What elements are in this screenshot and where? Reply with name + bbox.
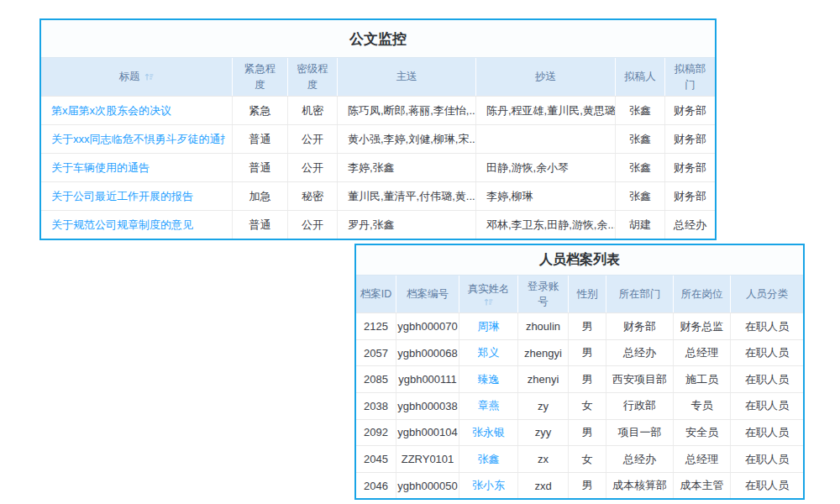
- title-cell: 关于规范公司规章制度的意见: [41, 211, 233, 239]
- personnel-archive-panel: 人员档案列表 档案ID 档案编号 真实姓名 登录账号 性别 所在部门 所在岗位 …: [354, 244, 805, 500]
- drafter-cell: 张鑫: [616, 97, 665, 124]
- real-name-cell: 郑义: [459, 340, 518, 366]
- main-send-cell: 黄小强,李婷,刘健,柳琳,宋...: [338, 125, 476, 153]
- table-row: 关于车辆使用的通告 普通 公开 李婷,张鑫 田静,游恢,余小琴 张鑫 财务部: [41, 153, 715, 181]
- person-name-link[interactable]: 郑义: [478, 345, 500, 360]
- col-header-login-account: 登录账号: [518, 276, 569, 312]
- draft-dept-cell: 财务部: [665, 154, 715, 181]
- sort-icon: [483, 297, 494, 307]
- col-header-gender: 性别: [569, 276, 606, 312]
- person-name-link[interactable]: 周琳: [478, 319, 500, 334]
- category-cell: 在职人员: [731, 446, 803, 472]
- category-cell: 在职人员: [731, 420, 803, 446]
- table-row: 2046 ygbh000050 张小东 zxd 男 成本核算部 成本主管 在职人…: [356, 472, 803, 499]
- doc-title-link[interactable]: 关于xxx同志临危不惧勇斗歹徒的通报: [51, 132, 225, 147]
- sort-icon: [144, 71, 155, 82]
- title-cell: 关于xxx同志临危不惧勇斗歹徒的通报: [41, 125, 233, 153]
- gender-cell: 男: [569, 473, 606, 499]
- drafter-cell: 胡建: [616, 211, 665, 239]
- col-header-category: 人员分类: [731, 276, 803, 312]
- department-cell: 总经办: [606, 340, 674, 366]
- drafter-cell: 张鑫: [616, 182, 665, 210]
- secrecy-cell: 公开: [288, 125, 338, 153]
- col-header-title[interactable]: 标题: [41, 58, 233, 96]
- title-cell: 关于公司最近工作开展的报告: [41, 182, 233, 210]
- gender-cell: 女: [569, 446, 606, 472]
- department-cell: 成本核算部: [606, 473, 674, 499]
- urgency-cell: 普通: [233, 125, 288, 153]
- table-row: 2045 ZZRY0101 张鑫 zx 女 总经办 总经理 在职人员: [356, 445, 803, 472]
- real-name-cell: 臻逸: [459, 366, 518, 392]
- login-account-cell: zhoulin: [518, 313, 569, 339]
- person-name-link[interactable]: 章燕: [478, 398, 500, 413]
- gender-cell: 男: [569, 366, 606, 392]
- cc-cell: 邓林,李卫东,田静,游恢,余...: [476, 211, 616, 239]
- drafter-cell: 张鑫: [616, 125, 665, 153]
- category-cell: 在职人员: [731, 473, 803, 499]
- title-cell: 第x届第x次股东会的决议: [41, 97, 233, 124]
- title-cell: 关于车辆使用的通告: [41, 154, 233, 181]
- urgency-cell: 普通: [233, 154, 288, 181]
- archive-id-cell: 2125: [356, 313, 396, 339]
- gender-cell: 女: [569, 393, 606, 419]
- department-cell: 财务部: [606, 313, 674, 339]
- table-row: 关于规范公司规章制度的意见 普通 公开 罗丹,张鑫 邓林,李卫东,田静,游恢,余…: [41, 210, 715, 239]
- doc-title-link[interactable]: 关于规范公司规章制度的意见: [51, 218, 193, 233]
- table-row: 第x届第x次股东会的决议 紧急 机密 陈巧凤,断郎,蒋丽,李佳怡,... 陈丹,…: [41, 96, 715, 124]
- col-header-draft-dept: 拟稿部门: [665, 58, 715, 96]
- archive-id-cell: 2038: [356, 393, 396, 419]
- secrecy-cell: 秘密: [288, 182, 338, 210]
- person-name-link[interactable]: 臻逸: [478, 372, 500, 387]
- urgency-cell: 紧急: [233, 97, 288, 124]
- main-send-cell: 李婷,张鑫: [338, 154, 476, 181]
- archive-id-cell: 2092: [356, 420, 396, 446]
- archive-no-cell: ygbh000070: [396, 313, 459, 339]
- person-name-link[interactable]: 张小东: [472, 478, 505, 493]
- archive-no-cell: ygbh000050: [396, 473, 459, 499]
- secrecy-cell: 公开: [288, 211, 338, 239]
- urgency-cell: 加急: [233, 182, 288, 210]
- table-row: 2092 ygbh000104 张永银 zyy 男 项目一部 安全员 在职人员: [356, 419, 803, 446]
- draft-dept-cell: 财务部: [665, 182, 715, 210]
- login-account-cell: zy: [518, 393, 569, 419]
- real-name-cell: 张永银: [459, 420, 518, 446]
- doc-title-link[interactable]: 关于车辆使用的通告: [51, 160, 150, 176]
- position-cell: 施工员: [674, 366, 731, 392]
- real-name-cell: 章燕: [459, 393, 518, 419]
- doc-monitor-header-row: 标题 紧急程度 密级程度 主送 抄送 拟稿人 拟稿部门: [41, 58, 715, 96]
- doc-title-link[interactable]: 关于公司最近工作开展的报告: [51, 189, 193, 204]
- doc-title-link[interactable]: 第x届第x次股东会的决议: [51, 103, 171, 118]
- person-name-link[interactable]: 张鑫: [478, 452, 500, 467]
- urgency-cell: 普通: [233, 211, 288, 239]
- col-header-main-send: 主送: [338, 58, 476, 96]
- archive-id-cell: 2085: [356, 366, 396, 392]
- col-header-real-name[interactable]: 真实姓名: [459, 276, 518, 312]
- cc-cell: 陈丹,程亚雄,董川民,黄思璐...: [476, 97, 616, 124]
- col-header-archive-no: 档案编号: [396, 276, 459, 312]
- main-send-cell: 董川民,董清平,付伟璐,黄...: [338, 182, 476, 210]
- cc-cell: 田静,游恢,余小琴: [476, 154, 616, 181]
- table-row: 2038 ygbh000038 章燕 zy 女 行政部 专员 在职人员: [356, 392, 803, 419]
- col-header-position: 所在岗位: [674, 276, 731, 312]
- department-cell: 行政部: [606, 393, 674, 419]
- doc-monitor-panel: 公文监控 标题 紧急程度 密级程度 主送 抄送 拟稿人 拟稿部门 第x届第x次股…: [39, 18, 717, 240]
- position-cell: 财务总监: [674, 313, 731, 339]
- main-send-cell: 罗丹,张鑫: [338, 211, 476, 239]
- col-header-cc: 抄送: [476, 58, 616, 96]
- person-name-link[interactable]: 张永银: [472, 425, 505, 440]
- category-cell: 在职人员: [731, 366, 803, 392]
- login-account-cell: zhengyi: [518, 340, 569, 366]
- login-account-cell: zxd: [518, 473, 569, 499]
- table-row: 关于公司最近工作开展的报告 加急 秘密 董川民,董清平,付伟璐,黄... 李婷,…: [41, 181, 715, 210]
- archive-id-cell: 2046: [356, 473, 396, 499]
- department-cell: 西安项目部: [606, 366, 674, 392]
- archive-no-cell: ygbh000068: [396, 340, 459, 366]
- table-row: 关于xxx同志临危不惧勇斗歹徒的通报 普通 公开 黄小强,李婷,刘健,柳琳,宋.…: [41, 124, 715, 153]
- main-send-cell: 陈巧凤,断郎,蒋丽,李佳怡,...: [338, 97, 476, 124]
- cc-cell: [476, 125, 616, 153]
- category-cell: 在职人员: [731, 313, 803, 339]
- position-cell: 总经理: [674, 340, 731, 366]
- archive-no-cell: ygbh000038: [396, 393, 459, 419]
- cc-cell: 李婷,柳琳: [476, 182, 616, 210]
- position-cell: 专员: [674, 393, 731, 419]
